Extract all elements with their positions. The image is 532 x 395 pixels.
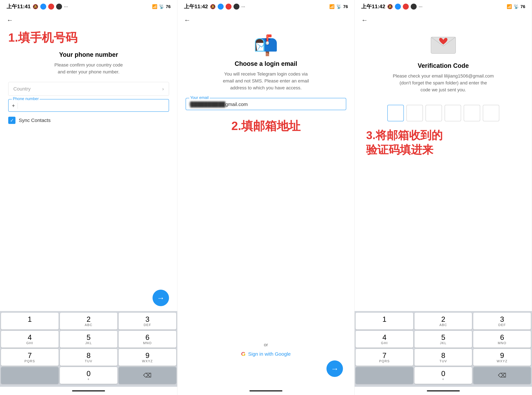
country-placeholder: Country bbox=[13, 86, 31, 92]
key3-4[interactable]: 4 GHI bbox=[356, 331, 413, 348]
back-button-3[interactable]: ← bbox=[355, 13, 532, 27]
key-7[interactable]: 7 PQRS bbox=[1, 349, 59, 366]
key3-2[interactable]: 2 ABC bbox=[414, 313, 472, 329]
key3-special bbox=[356, 367, 413, 384]
key-9[interactable]: 9 WXYZ bbox=[119, 349, 176, 366]
key-3[interactable]: 3 DEF bbox=[119, 313, 176, 329]
notif-red-2 bbox=[226, 4, 232, 10]
code-box-2[interactable] bbox=[407, 105, 423, 121]
step-label-3: 3.将邮箱收到的验证码填进来 bbox=[363, 128, 524, 157]
notif-dark-1 bbox=[56, 4, 62, 10]
key3-8[interactable]: 8 TUV bbox=[414, 349, 472, 366]
notif-red-1 bbox=[48, 4, 54, 10]
panel-email: 上午11:42 🔕 ··· 📶 📡 76 ← 📬 Choose a login … bbox=[177, 0, 355, 395]
google-signin-button[interactable]: G Sign in with Google bbox=[241, 351, 291, 357]
signal-icon-3: 📶 bbox=[507, 4, 512, 9]
next-arrow-2: → bbox=[331, 364, 339, 373]
status-right-3: 📶 📡 76 bbox=[507, 4, 525, 9]
wifi-icon-2: 📡 bbox=[336, 4, 342, 9]
key3-6[interactable]: 6 MNO bbox=[473, 331, 531, 348]
phone-input[interactable] bbox=[20, 103, 165, 109]
svg-rect-0 bbox=[431, 37, 456, 54]
key3-9[interactable]: 9 WXYZ bbox=[473, 349, 531, 366]
email-value: l██████████gmail.com bbox=[189, 102, 248, 107]
wifi-icon-1: 📡 bbox=[159, 4, 164, 9]
panel3-title: Verification Code bbox=[418, 62, 469, 69]
status-right-1: 📶 📡 76 bbox=[152, 4, 171, 9]
panel2-subtitle: You will receive Telegram login codes vi… bbox=[223, 71, 309, 91]
status-bar-1: 上午11:41 🔕 ··· 📶 📡 76 bbox=[0, 0, 177, 13]
backspace-icon-3: ⌫ bbox=[498, 372, 506, 379]
time-3: 上午11:42 bbox=[361, 3, 385, 10]
key-special-1 bbox=[1, 367, 59, 384]
panel-verification: 上午11:42 🔕 ··· 📶 📡 76 ← Verifi bbox=[355, 0, 532, 395]
key3-7[interactable]: 7 PQRS bbox=[356, 349, 413, 366]
verification-code-input[interactable] bbox=[387, 105, 499, 121]
next-button-1[interactable]: → bbox=[152, 290, 169, 306]
key3-3[interactable]: 3 DEF bbox=[473, 313, 531, 329]
key-4[interactable]: 4 GHI bbox=[1, 331, 59, 348]
phone-number-field[interactable]: Phone number + bbox=[8, 99, 169, 112]
key-2[interactable]: 2 ABC bbox=[60, 313, 118, 329]
notif-blue-3 bbox=[395, 4, 401, 10]
wifi-icon-3: 📡 bbox=[514, 4, 519, 9]
panel2-title: Choose a login email bbox=[235, 60, 297, 67]
code-box-6[interactable] bbox=[483, 105, 499, 121]
code-box-5[interactable] bbox=[464, 105, 480, 121]
home-indicator-3 bbox=[355, 387, 532, 395]
home-bar-3 bbox=[427, 390, 460, 391]
signal-icon-2: 📶 bbox=[329, 4, 335, 9]
sync-contacts-row[interactable]: ✓ Sync Contacts bbox=[8, 117, 169, 124]
backspace-icon-1: ⌫ bbox=[143, 372, 152, 379]
status-right-2: 📶 📡 76 bbox=[329, 4, 348, 9]
phone-plus: + bbox=[12, 103, 18, 109]
key-backspace-1[interactable]: ⌫ bbox=[119, 367, 176, 384]
step-label-1: 1.填手机号码 bbox=[8, 30, 169, 45]
code-box-4[interactable] bbox=[445, 105, 461, 121]
mailbox-icon: 📬 bbox=[254, 34, 278, 57]
notif-red-3 bbox=[403, 4, 409, 10]
key3-1[interactable]: 1 bbox=[356, 313, 413, 329]
alarm-icon-2: 🔕 bbox=[210, 4, 216, 9]
email-field[interactable]: Your email l██████████gmail.com bbox=[186, 98, 346, 110]
alarm-icon: 🔕 bbox=[33, 4, 38, 9]
home-bar-1 bbox=[72, 390, 105, 391]
alarm-icon-3: 🔕 bbox=[387, 4, 393, 9]
key3-0[interactable]: 0 + bbox=[414, 367, 472, 384]
notif-dark-3 bbox=[411, 4, 417, 10]
sync-contacts-checkbox[interactable]: ✓ bbox=[8, 117, 16, 124]
time-1: 上午11:41 bbox=[7, 3, 31, 10]
email-field-label: Your email bbox=[189, 95, 210, 100]
key3-5[interactable]: 5 JKL bbox=[414, 331, 472, 348]
status-bar-3: 上午11:42 🔕 ··· 📶 📡 76 bbox=[355, 0, 532, 13]
signal-icon-1: 📶 bbox=[152, 4, 157, 9]
dots-2: ··· bbox=[241, 4, 245, 9]
key-6[interactable]: 6 MNO bbox=[119, 331, 176, 348]
panel1-subtitle: Please confirm your country codeand ente… bbox=[8, 61, 169, 75]
back-button-1[interactable]: ← bbox=[0, 13, 177, 27]
google-logo-icon: G bbox=[241, 351, 245, 357]
key-5[interactable]: 5 JKL bbox=[60, 331, 118, 348]
dots-3: ··· bbox=[419, 4, 422, 9]
envelope-heart-svg bbox=[430, 34, 456, 55]
key-0[interactable]: 0 + bbox=[60, 367, 118, 384]
back-button-2[interactable]: ← bbox=[177, 13, 355, 27]
home-indicator-1 bbox=[0, 387, 177, 395]
panel3-subtitle: Please check your email lilijiang1506@gm… bbox=[393, 73, 494, 93]
battery-label-3: 76 bbox=[521, 4, 525, 9]
key-1[interactable]: 1 bbox=[1, 313, 59, 329]
home-indicator-2 bbox=[177, 387, 355, 395]
keyboard-3: 1 2 ABC 3 DEF 4 GHI 5 JKL 6 MN bbox=[355, 311, 532, 387]
keyboard-1: 1 2 ABC 3 DEF 4 GHI 5 JKL 6 MN bbox=[0, 311, 177, 387]
code-box-1[interactable] bbox=[387, 105, 404, 121]
status-bar-2: 上午11:42 🔕 ··· 📶 📡 76 bbox=[177, 0, 355, 13]
code-box-3[interactable] bbox=[426, 105, 442, 121]
next-button-2[interactable]: → bbox=[326, 360, 343, 377]
heart-letter-icon bbox=[430, 34, 456, 59]
key3-backspace[interactable]: ⌫ bbox=[473, 367, 531, 384]
time-2: 上午11:42 bbox=[184, 3, 208, 10]
battery-label-2: 76 bbox=[343, 4, 348, 9]
country-selector[interactable]: Country › bbox=[8, 82, 169, 96]
next-arrow-1: → bbox=[157, 293, 165, 302]
key-8[interactable]: 8 TUV bbox=[60, 349, 118, 366]
